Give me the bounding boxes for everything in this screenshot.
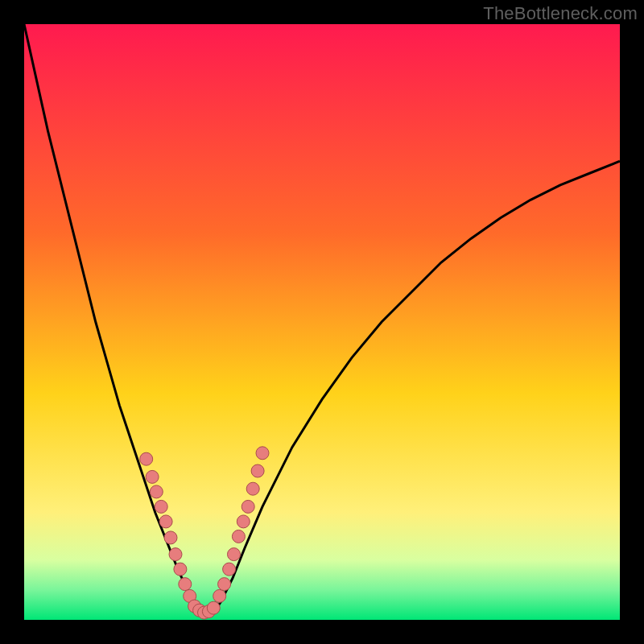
sample-dot xyxy=(159,515,172,528)
sample-dot xyxy=(242,500,254,513)
sample-dot xyxy=(164,531,177,544)
sample-dot xyxy=(237,515,250,528)
sample-dot xyxy=(232,530,245,543)
sample-dot xyxy=(223,563,236,576)
sample-dot xyxy=(140,452,153,465)
chart-frame: TheBottleneck.com xyxy=(0,0,644,644)
sample-dot xyxy=(213,589,226,602)
sample-dot xyxy=(251,464,264,477)
sample-dot xyxy=(246,482,259,495)
sample-dot xyxy=(228,548,241,561)
watermark-text: TheBottleneck.com xyxy=(483,3,638,24)
sample-dot xyxy=(256,447,269,460)
sample-dot xyxy=(174,563,187,576)
plot-area xyxy=(24,24,620,620)
sample-dot xyxy=(155,500,167,513)
sample-dot xyxy=(150,485,163,498)
gradient-background xyxy=(24,24,620,620)
chart-svg xyxy=(24,24,620,620)
sample-dot xyxy=(146,470,159,483)
sample-dot xyxy=(169,548,182,561)
sample-dot xyxy=(207,601,220,614)
sample-dot xyxy=(179,578,192,591)
sample-dot xyxy=(218,578,231,591)
